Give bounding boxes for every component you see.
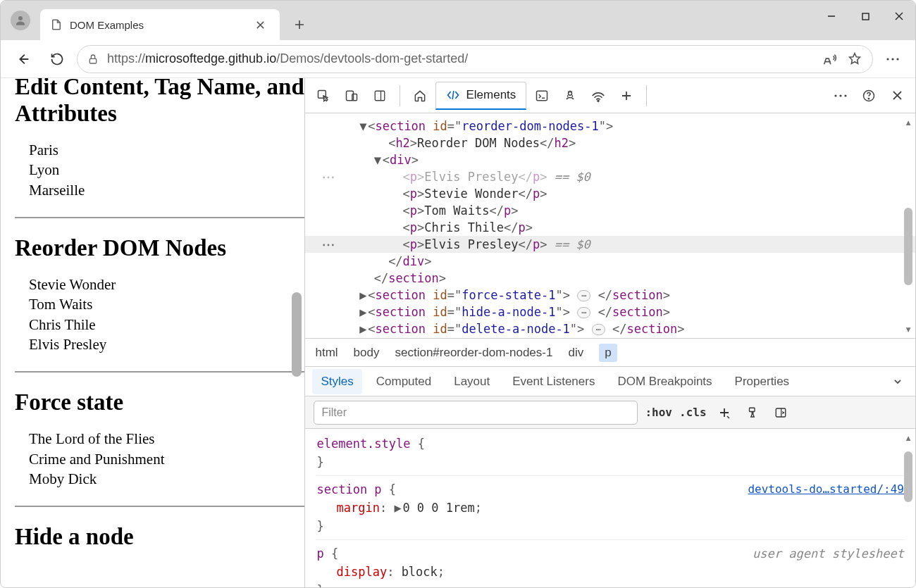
page-viewport: Edit Content, Tag Name, and AttributesPa… — [1, 78, 305, 588]
network-tab-button[interactable] — [586, 83, 611, 108]
page-heading: Reorder DOM Nodes — [15, 235, 305, 262]
svg-rect-9 — [376, 91, 385, 101]
page-item: The Lord of the Flies — [29, 429, 305, 449]
page-heading: Force state — [15, 389, 305, 416]
styles-subtabs: StylesComputedLayoutEvent ListenersDOM B… — [305, 367, 915, 396]
styles-subtab[interactable]: Computed — [368, 369, 440, 394]
browser-tab[interactable]: DOM Examples — [40, 9, 280, 40]
refresh-button[interactable] — [43, 45, 71, 73]
css-rule[interactable]: devtools-do…started/:49section p {margin… — [316, 475, 904, 535]
dom-node-line[interactable]: <p>Elvis Presley</p> == $0 — [305, 236, 915, 253]
more-subtabs-button[interactable] — [887, 371, 908, 392]
breadcrumb-item[interactable]: html — [315, 346, 338, 360]
scrollbar-thumb[interactable] — [904, 208, 912, 285]
console-tab-button[interactable] — [529, 83, 555, 108]
styles-toolbar: Filter :hov .cls — [305, 396, 915, 429]
maximize-button[interactable] — [849, 5, 881, 27]
styles-pane[interactable]: element.style {}devtools-do…started/:49s… — [305, 429, 915, 588]
more-tabs-button[interactable] — [614, 83, 639, 108]
tab-close-button[interactable] — [250, 15, 270, 35]
page-item: Crime and Punishment — [29, 449, 305, 469]
dom-node-line[interactable]: <p>Stevie Wonder</p> — [305, 185, 915, 202]
dom-node-line[interactable]: <p>Tom Waits</p> — [305, 202, 915, 219]
svg-rect-10 — [537, 91, 547, 100]
dom-node-line[interactable]: </div> — [305, 253, 915, 270]
devtools-menu-button[interactable] — [828, 83, 853, 108]
breadcrumb-item[interactable]: body — [354, 346, 380, 360]
dom-tree[interactable]: ▼<section id="reorder-dom-nodes-1"> <h2>… — [305, 113, 915, 339]
domtree-scrollbar[interactable]: ▴ ▾ — [903, 116, 914, 334]
scrollbar-thumb[interactable] — [904, 451, 912, 502]
svg-point-14 — [839, 94, 841, 96]
page-scrollbar[interactable] — [290, 81, 303, 582]
new-style-rule-button[interactable] — [714, 402, 735, 423]
paint-flash-button[interactable] — [742, 402, 763, 423]
css-rule[interactable]: element.style {} — [316, 434, 904, 471]
inspect-element-button[interactable] — [311, 83, 336, 108]
dom-node-line[interactable]: <p>Chris Thile</p> — [305, 219, 915, 236]
styles-filter-input[interactable]: Filter — [314, 401, 638, 425]
css-declaration[interactable]: margin: ▶0 0 0 1rem; — [316, 499, 904, 517]
svg-point-4 — [891, 58, 893, 60]
styles-subtab[interactable]: DOM Breakpoints — [609, 369, 720, 394]
help-button[interactable] — [856, 83, 881, 108]
dom-node-line[interactable]: ▶<section id="reference-the-currently-se… — [305, 337, 915, 339]
url-input[interactable]: https://microsoftedge.github.io/Demos/de… — [77, 45, 873, 73]
styles-subtab[interactable]: Layout — [445, 369, 498, 394]
svg-point-0 — [18, 16, 23, 20]
dom-node-line[interactable]: ▶<section id="delete-a-node-1"> ⋯ </sect… — [305, 320, 915, 337]
dom-breadcrumb[interactable]: htmlbodysection#reorder-dom-nodes-1divp — [305, 339, 915, 367]
svg-rect-24 — [749, 408, 755, 411]
page-item: Stevie Wonder — [29, 275, 305, 294]
divider — [15, 371, 305, 373]
read-aloud-icon[interactable] — [822, 51, 837, 67]
toggle-class-button[interactable]: .cls — [679, 406, 707, 419]
css-rule[interactable]: user agent stylesheetp {display: block;} — [316, 539, 904, 588]
page-heading: Edit Content, Tag Name, and Attributes — [15, 78, 305, 127]
breadcrumb-item[interactable]: p — [599, 344, 617, 362]
styles-scrollbar[interactable]: ▴ — [903, 432, 914, 580]
dom-node-line[interactable]: ▼<section id="reorder-dom-nodes-1"> — [305, 118, 915, 135]
page-heading: Hide a node — [15, 524, 305, 551]
scrollbar-thumb[interactable] — [292, 292, 302, 377]
devtools-close-button[interactable] — [884, 83, 910, 108]
dom-node-line[interactable]: </section> — [305, 270, 915, 287]
divider — [15, 506, 305, 507]
dom-node-line[interactable]: ▼<div> — [305, 151, 915, 168]
breadcrumb-item[interactable]: div — [568, 346, 583, 360]
devtools-panel: Elements ▼<section id="reorder-dom-nodes… — [305, 78, 915, 588]
new-tab-button[interactable] — [284, 9, 315, 40]
svg-point-12 — [598, 100, 599, 101]
scroll-up-icon[interactable]: ▴ — [903, 432, 914, 443]
dom-node-line[interactable]: ▶<section id="hide-a-node-1"> ⋯ </sectio… — [305, 304, 915, 320]
dom-node-line[interactable]: <p>Elvis Presley</p> == $0 — [305, 168, 915, 185]
dom-node-line[interactable]: <h2>Reorder DOM Nodes</h2> — [305, 135, 915, 151]
styles-subtab[interactable]: Event Listeners — [504, 369, 603, 394]
breadcrumb-item[interactable]: section#reorder-dom-nodes-1 — [395, 346, 552, 360]
css-declaration[interactable]: display: block; — [316, 563, 904, 581]
toggle-computed-button[interactable] — [770, 402, 791, 423]
device-emulation-button[interactable] — [339, 83, 364, 108]
welcome-tab-button[interactable] — [407, 83, 433, 108]
address-bar: https://microsoftedge.github.io/Demos/de… — [1, 40, 915, 78]
svg-rect-6 — [318, 90, 326, 98]
styles-subtab[interactable]: Properties — [726, 369, 798, 394]
scroll-up-icon[interactable]: ▴ — [903, 116, 914, 127]
minimize-button[interactable] — [815, 5, 848, 27]
svg-point-15 — [844, 94, 846, 96]
elements-tab[interactable]: Elements — [435, 82, 526, 110]
dock-side-button[interactable] — [367, 83, 392, 108]
styles-subtab[interactable]: Styles — [312, 369, 361, 394]
profile-button[interactable] — [1, 1, 40, 40]
page-item: Marseille — [29, 180, 305, 200]
favorite-icon[interactable] — [847, 51, 862, 67]
svg-point-23 — [332, 244, 334, 246]
sources-tab-button[interactable] — [557, 83, 583, 108]
dom-node-line[interactable]: ▶<section id="force-state-1"> ⋯ </sectio… — [305, 287, 915, 304]
close-window-button[interactable] — [883, 5, 915, 27]
scroll-down-icon[interactable]: ▾ — [903, 323, 914, 334]
source-link[interactable]: devtools-do…started/:49 — [748, 480, 904, 499]
settings-menu-button[interactable] — [879, 45, 907, 73]
toggle-hover-button[interactable]: :hov — [645, 406, 672, 419]
back-button[interactable] — [9, 45, 37, 73]
